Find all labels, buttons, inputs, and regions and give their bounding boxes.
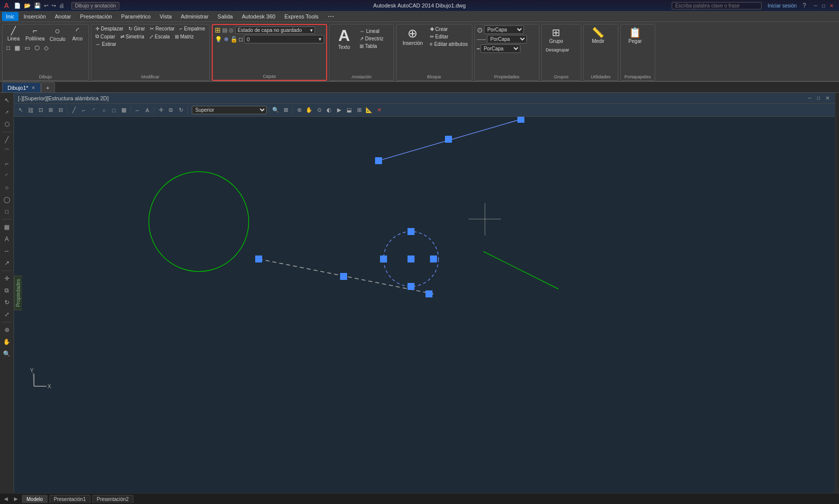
grip-circle-top[interactable]: [408, 228, 415, 235]
lt-hatch[interactable]: ▦: [1, 222, 12, 233]
restore-btn[interactable]: □: [820, 2, 827, 9]
ct-hatch2[interactable]: ▦: [119, 105, 128, 115]
menu-extra[interactable]: ⋯: [324, 12, 338, 21]
ct-orbit2[interactable]: ⊙: [315, 105, 324, 115]
ct-layers[interactable]: ⬓: [345, 105, 354, 115]
menu-vista[interactable]: Vista: [156, 12, 176, 21]
linetype-dropdown[interactable]: PorCapa: [487, 35, 527, 43]
ct-text2[interactable]: A: [143, 105, 152, 115]
color-dropdown[interactable]: PorCapa: [484, 25, 524, 34]
lt-polyline[interactable]: ⌐: [1, 158, 12, 169]
crear-btn[interactable]: ✚ Crear: [428, 26, 470, 32]
lt-dim[interactable]: ↔: [1, 246, 12, 256]
recortar-btn[interactable]: ✂ Recortar: [148, 25, 176, 32]
ct-dim2[interactable]: ↔: [133, 105, 142, 115]
quick-undo[interactable]: ↩: [44, 2, 48, 9]
ct-annotate[interactable]: 📐: [365, 105, 374, 115]
escala-btn[interactable]: ⤢ Escala: [147, 33, 172, 40]
region-btn[interactable]: ◇: [42, 44, 50, 52]
grip-dashed1-mid[interactable]: [340, 273, 347, 280]
ct-move2[interactable]: ✛: [156, 105, 165, 115]
grip-line1-mid[interactable]: [445, 136, 452, 143]
editar-atributos-btn[interactable]: ≡ Editar atributos: [428, 41, 470, 47]
doc-tab-dibujo1[interactable]: Dibujo1* ✕: [2, 82, 41, 92]
ct-circle2[interactable]: ○: [99, 105, 108, 115]
ct-chain[interactable]: ⛓: [26, 105, 35, 115]
tab-modelo[interactable]: Modelo: [22, 495, 47, 503]
lt-text[interactable]: A: [1, 234, 12, 245]
linea-btn[interactable]: ╱ Linea: [4, 26, 22, 42]
grip-circle-right[interactable]: [430, 255, 437, 262]
pegar-btn[interactable]: 📋 Pegar: [623, 25, 648, 46]
ct-zoom-extents[interactable]: ⊠: [281, 105, 290, 115]
lt-line[interactable]: ╱: [1, 134, 12, 145]
boundary-btn[interactable]: ⬡: [32, 44, 41, 52]
doc-tab-close[interactable]: ✕: [31, 85, 35, 90]
lineweight-dropdown[interactable]: PorCapa: [480, 44, 520, 53]
title-search[interactable]: [672, 2, 762, 9]
lt-rect[interactable]: □: [1, 206, 12, 217]
properties-tab[interactable]: Propiedades: [14, 275, 22, 310]
lt-select[interactable]: ↖: [1, 95, 12, 106]
gradient-btn[interactable]: ▭: [22, 44, 32, 52]
menu-expresstools[interactable]: Express Tools: [280, 12, 322, 21]
menu-anotar[interactable]: Anotar: [51, 12, 75, 21]
grip-circle-center[interactable]: [408, 255, 415, 262]
lt-orbit[interactable]: ⊛: [1, 324, 12, 335]
ct-window[interactable]: ⊡: [36, 105, 45, 115]
nav-next[interactable]: ▶: [12, 496, 20, 502]
circulo-btn[interactable]: ○ Círculo: [47, 25, 67, 43]
ct-zoom-window[interactable]: 🔍: [271, 105, 280, 115]
quick-save[interactable]: 💾: [34, 2, 41, 9]
grip-circle-left[interactable]: [380, 255, 387, 262]
menu-administrar[interactable]: Administrar: [177, 12, 213, 21]
lt-circle[interactable]: ○: [1, 182, 12, 193]
copiar-btn[interactable]: ⧉ Copiar: [93, 33, 117, 40]
view-dropdown[interactable]: Superior Inferior Frontal: [192, 106, 267, 114]
texto-btn[interactable]: A Texto: [332, 25, 357, 52]
ct-line[interactable]: ╱: [69, 105, 78, 115]
workspace-dropdown[interactable]: Dibujo y anotación: [71, 2, 119, 9]
hatch-btn[interactable]: ▦: [12, 44, 22, 52]
ct-arrow[interactable]: ↖: [16, 105, 25, 115]
grip-circle-bottom[interactable]: [408, 283, 415, 290]
canvas-close-btn[interactable]: ✕: [824, 95, 831, 102]
grupo-btn[interactable]: ⊞ Grupo: [544, 25, 569, 46]
grip-line1-start[interactable]: [375, 157, 382, 164]
layer-status-dropdown[interactable]: Estado de capa no guardado ▾: [235, 26, 315, 34]
lt-construct[interactable]: ⌒: [1, 146, 12, 157]
menu-insercion[interactable]: Inserción: [19, 12, 50, 21]
polilinea-btn[interactable]: ⌐ Polilínea: [23, 26, 46, 42]
layer-freeze-btn[interactable]: ❄: [224, 36, 229, 43]
layer-color-btn[interactable]: □: [239, 36, 243, 43]
lt-zoom[interactable]: 🔍: [1, 348, 12, 359]
menu-salida[interactable]: Salida: [214, 12, 237, 21]
help-btn[interactable]: ?: [803, 2, 806, 9]
canvas-area[interactable]: [-][Superior][Estructura alámbrica 2D] ─…: [14, 93, 835, 493]
tabla-btn[interactable]: ⊞ Tabla: [358, 43, 386, 49]
ct-render[interactable]: ▶: [335, 105, 344, 115]
ct-rect2[interactable]: □: [109, 105, 118, 115]
lt-scale[interactable]: ⤢: [1, 309, 12, 320]
menu-autodesk360[interactable]: Autodesk 360: [238, 12, 279, 21]
tab-presentacion1[interactable]: Presentación1: [49, 495, 90, 503]
medir-btn[interactable]: 📏 Medir: [586, 25, 611, 46]
lt-select2[interactable]: ↗: [1, 107, 12, 118]
layer-isolate-btn[interactable]: ◎: [229, 27, 234, 33]
lt-ellipse[interactable]: ◯: [1, 194, 12, 205]
ct-poly[interactable]: ⌐: [79, 105, 88, 115]
ct-close[interactable]: ✕: [375, 105, 384, 115]
ct-cross[interactable]: ⊞: [46, 105, 55, 115]
lt-select3[interactable]: ⬡: [1, 119, 12, 130]
girar-btn[interactable]: ↻ Girar: [126, 25, 147, 32]
ungroup-btn[interactable]: Desagrupar: [544, 47, 571, 53]
login-btn[interactable]: Iniciar sesión: [768, 3, 797, 8]
simetria-btn[interactable]: ⇌ Simetría: [118, 33, 146, 40]
rect-btn[interactable]: □: [4, 44, 12, 52]
ct-snap[interactable]: ⊛: [295, 105, 304, 115]
menu-inic[interactable]: Inic: [2, 12, 18, 21]
layer-manager-btn[interactable]: ⊞: [215, 26, 221, 34]
quick-redo[interactable]: ↪: [51, 2, 56, 9]
lt-pan[interactable]: ✋: [1, 336, 12, 347]
estirar-btn[interactable]: ↔ Estirar: [93, 41, 118, 47]
